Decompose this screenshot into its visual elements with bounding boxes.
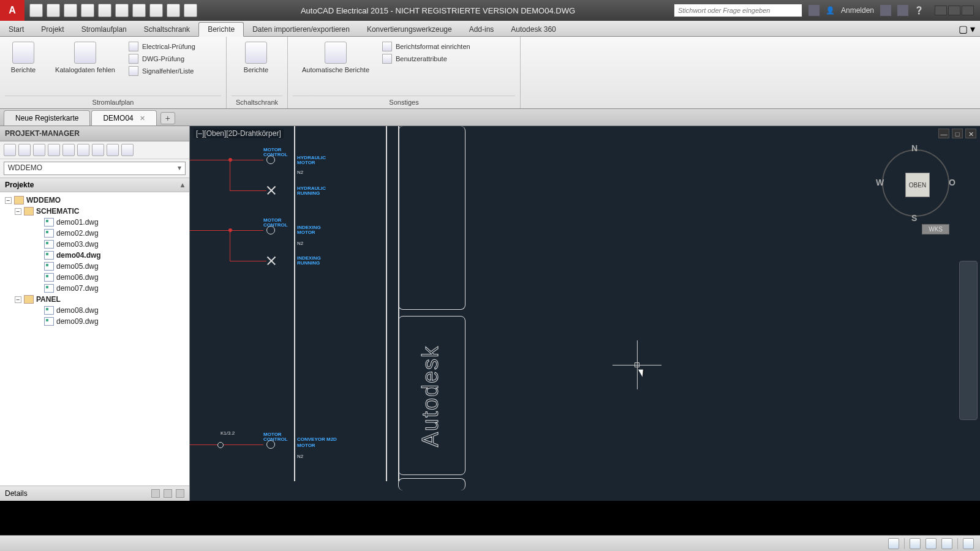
tree-file[interactable]: demo05.dwg bbox=[0, 261, 189, 272]
infocenter-icon[interactable] bbox=[809, 5, 820, 16]
collapse-icon[interactable]: − bbox=[15, 208, 21, 215]
tree-file[interactable]: demo06.dwg bbox=[0, 272, 189, 283]
berichtsformat-button[interactable]: Berichtsformat einrichten bbox=[382, 42, 470, 51]
maximize-button[interactable] bbox=[948, 6, 960, 15]
folder-icon bbox=[24, 295, 34, 304]
dwg-icon bbox=[44, 262, 54, 271]
close-tab-icon[interactable]: ✕ bbox=[140, 114, 145, 122]
report-icon bbox=[12, 42, 34, 64]
dwg-pruefung-button[interactable]: DWG-Prüfung bbox=[129, 54, 195, 64]
project-tree[interactable]: −WDDEMO −SCHEMATIC demo01.dwg demo02.dwg… bbox=[0, 192, 189, 485]
refresh-icon[interactable] bbox=[184, 4, 197, 17]
terminal-symbol bbox=[217, 442, 224, 448]
user-attr-icon bbox=[382, 54, 392, 64]
pm-details-bar[interactable]: Details bbox=[0, 485, 189, 501]
details-add-icon[interactable] bbox=[176, 489, 184, 498]
open-icon[interactable] bbox=[47, 4, 60, 17]
status-settings-icon[interactable] bbox=[888, 538, 899, 549]
catalog-missing-icon bbox=[74, 42, 96, 64]
pm-publish-icon[interactable] bbox=[77, 144, 89, 156]
tab-konvert[interactable]: Konvertierungswerkzeuge bbox=[358, 23, 461, 36]
tab-start[interactable]: Start bbox=[0, 23, 32, 36]
doctab-demo04[interactable]: DEMO04✕ bbox=[91, 110, 156, 126]
tree-file[interactable]: demo08.dwg bbox=[0, 305, 189, 316]
tab-schaltschrank[interactable]: Schaltschrank bbox=[135, 23, 198, 36]
plot-icon[interactable] bbox=[132, 4, 146, 17]
back-icon[interactable] bbox=[149, 4, 163, 17]
viewcube[interactable]: OBEN N S W O bbox=[876, 143, 956, 223]
ribbon-tabs: Start Projekt Stromlaufplan Schaltschran… bbox=[0, 21, 980, 37]
junction-node bbox=[228, 228, 232, 232]
status-grid-icon[interactable] bbox=[925, 538, 937, 549]
window-title: AutoCAD Electrical 2015 - NICHT REGISTRI… bbox=[202, 6, 674, 15]
collapse-icon[interactable]: − bbox=[5, 197, 12, 204]
titleblock-frame bbox=[398, 126, 466, 310]
help-search-input[interactable] bbox=[674, 4, 802, 17]
wire bbox=[230, 261, 266, 261]
tab-addins[interactable]: Add-ins bbox=[461, 23, 503, 36]
close-button[interactable] bbox=[962, 6, 974, 15]
pm-refresh-icon[interactable] bbox=[48, 144, 60, 156]
status-model-icon[interactable] bbox=[910, 538, 921, 549]
electrical-pruefung-button[interactable]: Electrical-Prüfung bbox=[129, 42, 195, 51]
wks-badge[interactable]: WKS bbox=[922, 224, 949, 234]
tree-file[interactable]: demo09.dwg bbox=[0, 316, 189, 327]
pm-section-projekte[interactable]: Projekte bbox=[0, 178, 189, 192]
pm-task-icon[interactable] bbox=[62, 144, 75, 156]
dwg-icon bbox=[44, 306, 54, 315]
exchange-icon[interactable] bbox=[880, 5, 891, 16]
tab-daten[interactable]: Daten importieren/exportieren bbox=[244, 23, 358, 36]
tree-file[interactable]: demo02.dwg bbox=[0, 228, 189, 239]
pm-web-icon[interactable] bbox=[107, 144, 119, 156]
drawing-canvas[interactable]: [–][Oben][2D-Drahtkörper] — □ ✕ OBEN N S… bbox=[190, 126, 980, 501]
doctab-new[interactable]: Neue Registerkarte bbox=[4, 110, 90, 126]
tab-a360[interactable]: Autodesk 360 bbox=[502, 23, 564, 36]
undo-icon[interactable] bbox=[81, 4, 94, 17]
viewport-label[interactable]: [–][Oben][2D-Drahtkörper] bbox=[194, 129, 284, 138]
details-thumb-icon[interactable] bbox=[164, 489, 172, 498]
signin-link[interactable]: Anmelden bbox=[841, 6, 874, 15]
pm-project-combo[interactable]: WDDEMO bbox=[4, 162, 186, 175]
tree-file-active[interactable]: demo04.dwg bbox=[0, 250, 189, 261]
check-icon bbox=[129, 42, 138, 51]
tree-file[interactable]: demo01.dwg bbox=[0, 217, 189, 228]
katalogdaten-button[interactable]: Katalogdaten fehlen bbox=[45, 39, 125, 77]
benutzerattribute-button[interactable]: Benutzerattribute bbox=[382, 54, 470, 64]
new-icon[interactable] bbox=[29, 4, 43, 17]
tab-stromlaufplan[interactable]: Stromlaufplan bbox=[73, 23, 135, 36]
redo-icon[interactable] bbox=[98, 4, 111, 17]
add-tab-button[interactable]: + bbox=[160, 112, 175, 124]
a360-icon[interactable] bbox=[897, 5, 908, 16]
save-icon[interactable] bbox=[64, 4, 77, 17]
pm-new-icon[interactable] bbox=[4, 144, 16, 156]
status-snap-icon[interactable] bbox=[941, 538, 952, 549]
print-icon[interactable] bbox=[115, 4, 129, 17]
auto-berichte-button[interactable]: Automatische Berichte bbox=[293, 39, 379, 77]
pm-surfer-icon[interactable] bbox=[92, 144, 104, 156]
tab-berichte[interactable]: Berichte bbox=[198, 22, 244, 37]
pm-help-icon[interactable] bbox=[121, 144, 134, 156]
help-icon[interactable]: ❔ bbox=[914, 6, 924, 15]
navigation-bar[interactable] bbox=[959, 261, 978, 420]
dwg-icon bbox=[44, 229, 54, 238]
signalfehler-button[interactable]: Signalfehler/Liste bbox=[129, 66, 195, 76]
pm-edit-icon[interactable] bbox=[33, 144, 45, 156]
viewport-close-icon[interactable]: ✕ bbox=[965, 129, 976, 138]
ribbon-options-dropdown[interactable]: ▢ ▾ bbox=[954, 22, 980, 36]
tree-file[interactable]: demo03.dwg bbox=[0, 239, 189, 250]
viewport-maximize-icon[interactable]: □ bbox=[952, 129, 963, 138]
tree-file[interactable]: demo07.dwg bbox=[0, 283, 189, 294]
berichte-button[interactable]: Berichte bbox=[5, 39, 42, 77]
viewport-minimize-icon[interactable]: — bbox=[938, 129, 949, 138]
details-view-icon[interactable] bbox=[151, 489, 160, 498]
minimize-button[interactable] bbox=[935, 6, 947, 15]
app-menu-icon[interactable]: A bbox=[0, 0, 24, 21]
forward-icon[interactable] bbox=[167, 4, 180, 17]
status-customize-icon[interactable] bbox=[963, 538, 974, 549]
collapse-icon[interactable]: − bbox=[15, 296, 21, 303]
pm-open-icon[interactable] bbox=[18, 144, 31, 156]
schaltschrank-berichte-button[interactable]: Berichte bbox=[232, 39, 281, 77]
viewcube-face[interactable]: OBEN bbox=[905, 173, 930, 197]
dwg-icon bbox=[44, 317, 54, 326]
tab-projekt[interactable]: Projekt bbox=[32, 23, 72, 36]
